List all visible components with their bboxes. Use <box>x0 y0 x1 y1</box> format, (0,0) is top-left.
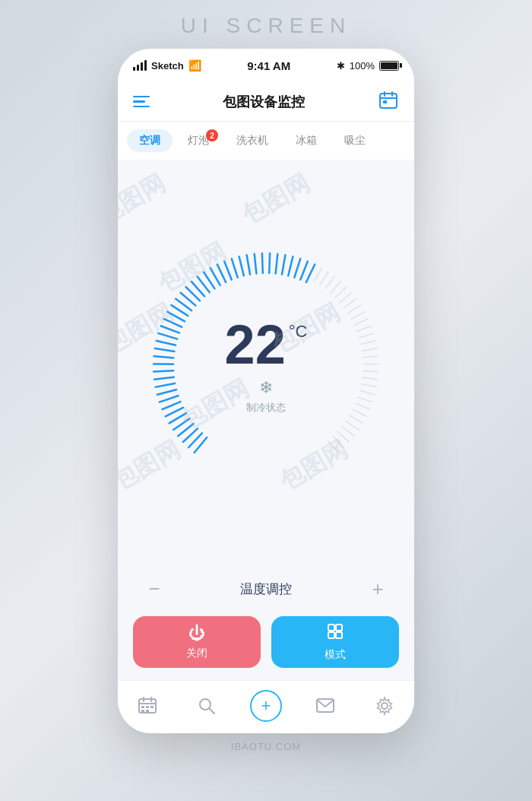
tabs-bar: 空调 灯泡 2 洗衣机 冰箱 吸尘 <box>118 122 414 160</box>
svg-rect-5 <box>328 625 334 631</box>
battery-icon <box>379 61 399 71</box>
signal-icon <box>133 60 147 71</box>
footer-label: IBAOTU.COM <box>231 741 301 752</box>
svg-point-21 <box>382 703 388 709</box>
temp-control-label: 温度调控 <box>240 580 292 598</box>
snowflake-icon: ❄ <box>259 378 273 398</box>
status-time: 9:41 AM <box>247 59 290 72</box>
tab-fridge[interactable]: 冰箱 <box>283 129 329 152</box>
temperature-value: 22 <box>225 317 286 372</box>
gauge-container: // We'll draw them with SVG paths 22 °C <box>118 160 414 564</box>
bluetooth-icon: ✱ <box>337 60 345 72</box>
phone-frame: Sketch 📶 9:41 AM ✱ 100% 包图设备监控 <box>118 49 414 733</box>
carrier-label: Sketch <box>151 60 184 72</box>
svg-rect-13 <box>141 706 144 708</box>
svg-rect-14 <box>146 706 149 708</box>
menu-button[interactable] <box>133 96 150 108</box>
close-button[interactable]: ⏻ 关闭 <box>133 616 261 668</box>
bottom-nav-settings[interactable] <box>366 687 404 725</box>
close-label: 关闭 <box>186 647 207 660</box>
action-buttons: ⏻ 关闭 模式 <box>118 616 414 680</box>
bottom-nav-mail[interactable] <box>306 687 344 725</box>
svg-rect-6 <box>336 625 342 631</box>
temp-control: − 温度调控 + <box>118 564 414 616</box>
tab-bulb[interactable]: 灯泡 2 <box>176 129 221 152</box>
nav-bar: 包图设备监控 <box>118 82 414 122</box>
mode-icon <box>326 622 344 645</box>
mode-label: 模式 <box>325 648 346 662</box>
calendar-button[interactable] <box>378 90 399 114</box>
nav-title: 包图设备监控 <box>223 93 305 111</box>
svg-rect-7 <box>328 632 334 638</box>
main-content: 包图网 包图网 包图网 包图网 包图网 包图网 包图网 包图网 // We'll… <box>118 160 414 680</box>
bottom-nav-calendar[interactable] <box>128 687 166 725</box>
temp-decrease-button[interactable]: − <box>141 575 168 602</box>
temp-increase-button[interactable]: + <box>364 575 391 602</box>
svg-rect-8 <box>336 632 342 638</box>
add-circle-icon[interactable]: + <box>250 690 282 722</box>
svg-rect-4 <box>383 100 387 103</box>
tab-airconditioner[interactable]: 空调 <box>127 129 173 152</box>
svg-rect-16 <box>141 710 144 712</box>
tab-vacuum[interactable]: 吸尘 <box>332 129 378 152</box>
tab-washer[interactable]: 洗衣机 <box>224 129 280 152</box>
svg-rect-0 <box>380 94 397 108</box>
temperature-unit: °C <box>289 323 308 340</box>
power-icon: ⏻ <box>188 624 205 644</box>
svg-rect-15 <box>150 706 154 708</box>
battery-label: 100% <box>350 60 375 72</box>
svg-rect-17 <box>146 710 149 712</box>
bulb-badge: 2 <box>206 129 218 141</box>
gauge-center-display: 22 °C ❄ 制冷状态 <box>225 317 308 415</box>
mode-button[interactable]: 模式 <box>271 616 399 668</box>
wifi-icon: 📶 <box>188 59 201 72</box>
bottom-nav: + <box>118 680 414 733</box>
status-bar: Sketch 📶 9:41 AM ✱ 100% <box>118 49 414 82</box>
cooling-status-text: 制冷状态 <box>246 401 286 415</box>
bottom-nav-add[interactable]: + <box>247 687 285 725</box>
ui-screen-label: UI SCREEN <box>181 14 351 38</box>
bottom-nav-search[interactable] <box>188 687 226 725</box>
svg-line-19 <box>210 708 215 714</box>
